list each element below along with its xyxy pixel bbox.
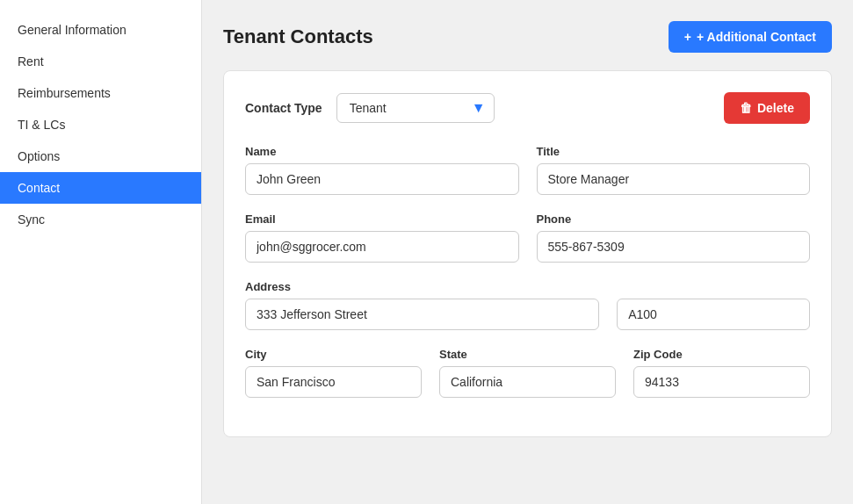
delete-label: Delete	[757, 101, 794, 115]
additional-contact-button[interactable]: + + Additional Contact	[669, 21, 832, 53]
name-title-row: Name Title	[245, 145, 810, 195]
name-group: Name	[245, 145, 519, 195]
address2-group	[617, 280, 810, 330]
zip-input[interactable]	[633, 366, 810, 398]
contact-type-label: Contact Type	[245, 101, 322, 115]
contact-type-select[interactable]: TenantLandlordAgentOther	[336, 93, 495, 123]
address2-input[interactable]	[617, 299, 810, 330]
name-label: Name	[245, 145, 519, 158]
additional-contact-label: + Additional Contact	[697, 30, 816, 44]
address-row: Address	[245, 280, 810, 330]
zip-group: Zip Code	[633, 348, 810, 398]
sidebar-item-options[interactable]: Options	[0, 140, 201, 172]
zip-label: Zip Code	[633, 348, 810, 361]
sidebar-item-general-information[interactable]: General Information	[0, 14, 201, 46]
sidebar-item-ti-lcs[interactable]: TI & LCs	[0, 109, 201, 140]
title-input[interactable]	[537, 163, 811, 195]
contact-type-left: Contact Type TenantLandlordAgentOther ▼	[245, 93, 495, 123]
address1-input[interactable]	[245, 299, 599, 330]
city-input[interactable]	[245, 366, 422, 398]
contact-type-row: Contact Type TenantLandlordAgentOther ▼ …	[245, 92, 810, 124]
page-header: Tenant Contacts + + Additional Contact	[223, 21, 832, 53]
page-title: Tenant Contacts	[223, 25, 373, 48]
city-label: City	[245, 348, 422, 361]
sidebar-item-reimbursements[interactable]: Reimbursements	[0, 77, 201, 109]
trash-icon: 🗑	[740, 101, 752, 115]
delete-button[interactable]: 🗑 Delete	[724, 92, 810, 124]
name-input[interactable]	[245, 163, 519, 195]
phone-input[interactable]	[537, 231, 811, 263]
address-label: Address	[245, 280, 599, 293]
sidebar-item-contact[interactable]: Contact	[0, 172, 201, 204]
sidebar-item-sync[interactable]: Sync	[0, 204, 201, 235]
contact-type-select-wrapper[interactable]: TenantLandlordAgentOther ▼	[336, 93, 495, 123]
sidebar-item-rent[interactable]: Rent	[0, 46, 201, 77]
email-phone-row: Email Phone	[245, 212, 810, 263]
address2-label	[617, 280, 810, 293]
state-group: State	[439, 348, 616, 398]
email-label: Email	[245, 212, 519, 226]
address1-group: Address	[245, 280, 599, 330]
title-label: Title	[537, 145, 811, 158]
title-group: Title	[537, 145, 811, 195]
contact-card: Contact Type TenantLandlordAgentOther ▼ …	[223, 70, 832, 437]
email-input[interactable]	[245, 231, 519, 263]
phone-label: Phone	[537, 212, 811, 226]
plus-icon: +	[684, 30, 691, 44]
main-content: Tenant Contacts + + Additional Contact C…	[202, 0, 853, 504]
state-input[interactable]	[439, 366, 616, 398]
city-group: City	[245, 348, 422, 398]
sidebar: General InformationRentReimbursementsTI …	[0, 0, 202, 504]
email-group: Email	[245, 212, 519, 263]
state-label: State	[439, 348, 616, 361]
city-state-zip-row: City State Zip Code	[245, 348, 810, 398]
phone-group: Phone	[537, 212, 811, 263]
